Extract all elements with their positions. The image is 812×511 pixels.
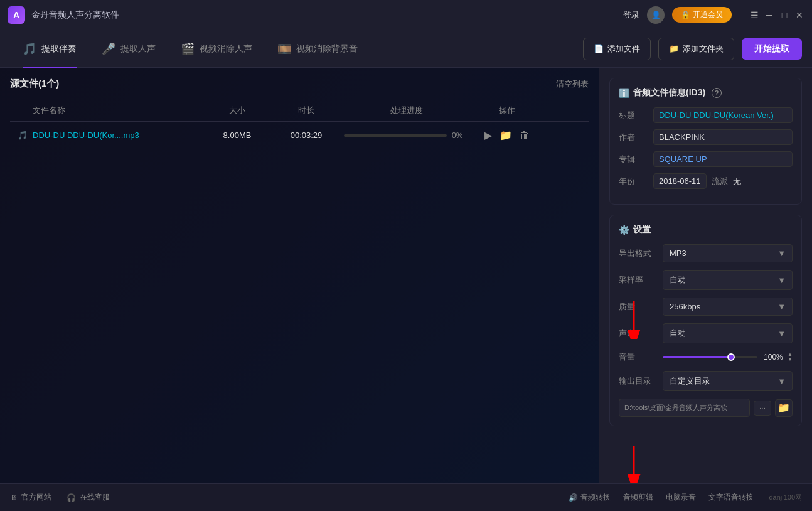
minimize-button[interactable]: ─ <box>764 10 774 20</box>
add-folder-button[interactable]: 📁 添加文件夹 <box>658 38 734 60</box>
author-label: 作者 <box>619 132 653 143</box>
vip-button[interactable]: 🔓 开通会员 <box>672 7 732 23</box>
audio-convert-link[interactable]: 🔊 音频转换 <box>569 492 611 503</box>
brand-label: danji100网 <box>769 493 802 502</box>
samplerate-select[interactable]: 自动 ▼ <box>663 270 793 290</box>
title-actions: 登录 👤 🔓 开通会员 ☰ ─ □ ✕ <box>623 6 804 24</box>
file-type-icon: 🎵 <box>18 131 28 140</box>
maximize-button[interactable]: □ <box>779 10 789 20</box>
title-bar: A 金丹音频人声分离软件 登录 👤 🔓 开通会员 ☰ ─ □ ✕ <box>0 0 812 30</box>
headphone-icon: 🎵 <box>23 42 36 56</box>
website-link[interactable]: 🖥 官方网站 <box>10 492 51 503</box>
author-value: BLACKPINK <box>653 129 793 145</box>
chevron-down-icon: ▼ <box>777 377 786 386</box>
vol-down-icon[interactable]: ▼ <box>788 357 793 362</box>
format-select[interactable]: MP3 ▼ <box>663 244 793 262</box>
year-label: 年份 <box>619 176 653 187</box>
volume-row: 音量 100% ▲ ▼ <box>619 351 793 363</box>
output-path: D:\tools\桌面\金丹音频人声分离软 <box>619 399 750 417</box>
audio-info-section: ℹ️ 音频文件信息(ID3) ? 标题 DDU-DU DDU-DU(Korean… <box>609 78 802 205</box>
output-path-row: D:\tools\桌面\金丹音频人声分离软 ··· 📁 <box>619 399 793 417</box>
volume-thumb[interactable] <box>727 353 735 361</box>
output-dir-row: 输出目录 自定义目录 ▼ <box>619 371 793 391</box>
settings-section: ⚙️ 设置 导出格式 MP3 ▼ 采样率 自动 ▼ <box>609 215 802 426</box>
text-voice-link[interactable]: 文字语音转换 <box>708 492 754 503</box>
bottom-tools: 🔊 音频转换 音频剪辑 电脑录音 文字语音转换 <box>569 492 754 503</box>
open-folder-icon[interactable]: 📁 <box>499 129 512 141</box>
channel-select[interactable]: 自动 ▼ <box>663 323 793 343</box>
panel-title: 源文件(1个) <box>10 78 59 90</box>
bottom-bar: 🖥 官方网站 🎧 在线客服 🔊 音频转换 音频剪辑 电脑录音 文字语音转换 da… <box>0 483 812 511</box>
table-row: 🎵 DDU-DU DDU-DU(Kor....mp3 8.00MB 00:03:… <box>10 122 589 149</box>
settings-section-title: ⚙️ 设置 <box>619 224 793 235</box>
service-link[interactable]: 🎧 在线客服 <box>67 492 110 503</box>
add-file-button[interactable]: 📄 添加文件 <box>583 38 651 60</box>
title-label: 标题 <box>619 110 653 121</box>
year-value: 2018-06-11 <box>653 173 707 189</box>
chevron-down-icon: ▼ <box>777 329 786 338</box>
login-button[interactable]: 登录 <box>623 9 639 21</box>
output-dir-select[interactable]: 自定义目录 ▼ <box>663 371 793 391</box>
audio-edit-link[interactable]: 音频剪辑 <box>623 492 653 503</box>
nav-actions: 📄 添加文件 📁 添加文件夹 开始提取 <box>583 38 802 60</box>
info-album-row: 专辑 SQUARE UP <box>619 151 793 167</box>
delete-icon[interactable]: 🗑 <box>520 130 530 141</box>
help-icon[interactable]: ? <box>712 88 722 98</box>
genre-value: 无 <box>733 176 741 187</box>
clear-list-button[interactable]: 清空列表 <box>556 78 589 90</box>
progress-bar-bg <box>344 134 447 137</box>
quality-label: 质量 <box>619 301 663 313</box>
start-extract-button[interactable]: 开始提取 <box>742 38 802 60</box>
album-label: 专辑 <box>619 154 653 165</box>
file-size: 8.00MB <box>206 131 269 140</box>
info-section-title: ℹ️ 音频文件信息(ID3) ? <box>619 87 793 99</box>
format-row: 导出格式 MP3 ▼ <box>619 244 793 262</box>
panel-header: 源文件(1个) 清空列表 <box>10 78 589 90</box>
add-file-icon: 📄 <box>594 44 604 53</box>
info-author-row: 作者 BLACKPINK <box>619 129 793 145</box>
nav-tabs: 🎵 提取伴奏 🎤 提取人声 🎬 视频消除人声 🎞️ 视频消除背景音 <box>10 30 583 68</box>
album-value: SQUARE UP <box>653 151 793 167</box>
path-more-button[interactable]: ··· <box>754 401 771 416</box>
volume-track <box>663 356 757 358</box>
add-folder-icon: 📁 <box>669 44 679 53</box>
volume-fill <box>663 356 731 358</box>
channel-label: 声道 <box>619 328 663 339</box>
video-mic-icon: 🎬 <box>181 42 195 56</box>
title-value: DDU-DU DDU-DU(Korean Ver.) <box>653 107 793 123</box>
volume-percent: 100% <box>764 353 788 362</box>
play-button[interactable]: ▶ <box>484 129 492 141</box>
menu-button[interactable]: ☰ <box>749 10 759 20</box>
progress-percent: 0% <box>452 131 469 140</box>
nav-bar: 🎵 提取伴奏 🎤 提取人声 🎬 视频消除人声 🎞️ 视频消除背景音 📄 添加文件 <box>0 30 812 68</box>
table-header: 文件名称 大小 时长 处理进度 操作 <box>10 100 589 122</box>
file-duration: 00:03:29 <box>269 131 344 140</box>
chevron-down-icon: ▼ <box>777 302 786 311</box>
avatar: 👤 <box>647 6 665 24</box>
path-folder-button[interactable]: 📁 <box>775 399 793 417</box>
main-area: 源文件(1个) 清空列表 文件名称 大小 时长 处理进度 操作 🎵 DDU-DU… <box>0 68 812 483</box>
tab-video-remove-bg[interactable]: 🎞️ 视频消除背景音 <box>265 30 370 68</box>
tab-extract-accompaniment[interactable]: 🎵 提取伴奏 <box>10 30 89 68</box>
file-actions: ▶ 📁 🗑 <box>469 129 545 141</box>
volume-slider[interactable] <box>663 351 757 363</box>
quality-select[interactable]: 256kbps ▼ <box>663 298 793 316</box>
chevron-down-icon: ▼ <box>777 276 786 285</box>
screen-record-link[interactable]: 电脑录音 <box>666 492 696 503</box>
tab-video-remove-vocal[interactable]: 🎬 视频消除人声 <box>168 30 265 68</box>
samplerate-label: 采样率 <box>619 274 663 286</box>
quality-row: 质量 256kbps ▼ <box>619 298 793 316</box>
channel-row: 声道 自动 ▼ <box>619 323 793 343</box>
info-year-row: 年份 2018-06-11 流派 无 <box>619 173 793 189</box>
close-button[interactable]: ✕ <box>794 10 804 20</box>
samplerate-row: 采样率 自动 ▼ <box>619 270 793 290</box>
audio-convert-icon: 🔊 <box>569 493 578 502</box>
window-controls: ☰ ─ □ ✕ <box>749 10 804 20</box>
info-icon: ℹ️ <box>619 88 629 98</box>
tab-extract-vocal[interactable]: 🎤 提取人声 <box>89 30 168 68</box>
genre-label: 流派 <box>712 176 728 187</box>
right-panel: ℹ️ 音频文件信息(ID3) ? 标题 DDU-DU DDU-DU(Korean… <box>599 68 812 483</box>
gear-icon: ⚙️ <box>619 225 629 235</box>
volume-arrows[interactable]: ▲ ▼ <box>788 352 793 362</box>
folder-icon: 📁 <box>777 402 790 414</box>
